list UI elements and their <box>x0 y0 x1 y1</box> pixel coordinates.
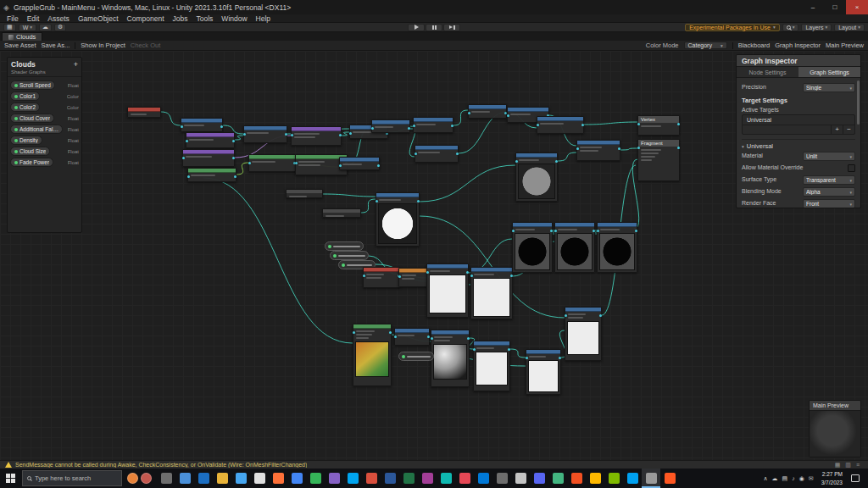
layers-dropdown[interactable]: Layers▾ <box>801 24 832 31</box>
blackboard-property-color1[interactable]: Color1Color <box>10 91 79 102</box>
taskbar-app-icon[interactable] <box>269 469 287 488</box>
menu-component[interactable]: Component <box>123 14 169 23</box>
taskbar-app-icon[interactable] <box>623 469 642 488</box>
blending-mode-dropdown[interactable]: Alpha▾ <box>803 187 855 197</box>
save-as-button[interactable]: Save As... <box>42 42 70 49</box>
graph-node[interactable] <box>468 104 507 119</box>
menu-help[interactable]: Help <box>252 14 275 23</box>
color-mode-dropdown[interactable]: Category▾ <box>684 42 727 49</box>
blackboard-property-cloud-cover[interactable]: Cloud CoverFloat <box>10 113 79 124</box>
graph-node[interactable] <box>515 152 558 202</box>
graph-node[interactable] <box>431 330 470 387</box>
add-target-button[interactable]: + <box>831 125 843 134</box>
graph-node[interactable] <box>597 222 637 273</box>
graph-node[interactable] <box>291 126 342 146</box>
layout-dropdown[interactable]: Layout▾ <box>834 24 865 31</box>
graph-property-pill[interactable] <box>325 241 364 251</box>
taskbar-app-icon[interactable] <box>287 469 306 488</box>
remove-target-button[interactable]: − <box>843 125 854 134</box>
graph-node[interactable] <box>248 154 296 172</box>
maximize-button[interactable]: □ <box>824 0 846 14</box>
menu-assets[interactable]: Assets <box>43 14 74 23</box>
taskbar-app-icon[interactable] <box>194 469 213 488</box>
graph-node[interactable] <box>371 119 410 133</box>
taskbar-search[interactable]: Type here to search <box>22 470 122 486</box>
graph-node[interactable] <box>470 267 513 319</box>
graph-node[interactable] <box>186 132 235 148</box>
search-button[interactable]: ▾ <box>782 24 799 31</box>
people-avatar[interactable] <box>127 473 138 484</box>
tray-icon[interactable]: ◉ <box>799 475 804 482</box>
graph-node[interactable] <box>127 107 161 118</box>
main-preview-toggle[interactable]: Main Preview <box>826 42 864 49</box>
taskbar-app-icon[interactable] <box>362 469 381 488</box>
taskbar-app-icon[interactable] <box>399 469 418 488</box>
menu-tools[interactable]: Tools <box>192 14 218 23</box>
graph-node[interactable] <box>322 208 361 218</box>
status-icon[interactable]: ▦ <box>835 461 841 469</box>
blackboard-property-color2[interactable]: Color2Color <box>10 102 79 113</box>
taskbar-app-icon[interactable] <box>381 469 399 488</box>
taskbar-app-icon[interactable] <box>604 469 623 488</box>
graph-node[interactable] <box>413 117 453 133</box>
menu-file[interactable]: File <box>3 14 23 23</box>
taskbar-app-icon[interactable] <box>343 469 362 488</box>
master-stack-fragment[interactable]: Fragment <box>637 139 680 181</box>
taskbar-app-icon[interactable] <box>530 469 548 488</box>
graph-node[interactable] <box>415 145 459 163</box>
status-icon[interactable]: ▥ <box>845 461 851 469</box>
graph-node[interactable] <box>554 222 595 273</box>
taskbar-app-icon[interactable] <box>250 469 269 488</box>
graph-node[interactable] <box>537 116 584 134</box>
show-in-project-button[interactable]: Show In Project <box>81 42 125 49</box>
blackboard-property-additional-falloff[interactable]: Additional FalloffFloat <box>10 124 79 135</box>
graph-node[interactable] <box>376 192 420 247</box>
blackboard-property-scroll-speed[interactable]: Scroll SpeedFloat <box>10 80 79 91</box>
universal-foldout[interactable]: ▾Universal <box>742 139 855 150</box>
render-face-dropdown[interactable]: Front▾ <box>803 199 855 208</box>
taskbar-app-icon[interactable] <box>492 469 511 488</box>
graph-node[interactable] <box>473 341 510 391</box>
master-stack-vertex[interactable]: Vertex <box>637 115 680 136</box>
graph-node[interactable] <box>363 267 400 288</box>
status-icon[interactable]: ≡ <box>856 461 860 469</box>
taskbar-app-icon[interactable] <box>474 469 492 488</box>
tray-icon[interactable]: ▤ <box>782 475 788 482</box>
graph-property-pill[interactable] <box>330 251 369 260</box>
pause-button[interactable] <box>426 24 442 31</box>
account-button[interactable]: W▾ <box>19 24 36 31</box>
minimize-button[interactable]: – <box>802 0 824 14</box>
action-center-icon[interactable] <box>851 474 860 482</box>
graph-property-pill[interactable] <box>398 352 434 361</box>
graph-node[interactable] <box>339 157 380 170</box>
material-dropdown[interactable]: Unlit▾ <box>803 152 855 161</box>
graph-node[interactable] <box>526 349 561 395</box>
menu-gameobject[interactable]: GameObject <box>74 14 123 23</box>
graph-canvas[interactable]: VertexFragment Clouds + Shader Graphs Sc… <box>0 51 868 460</box>
close-button[interactable]: × <box>846 0 868 14</box>
target-item-universal[interactable]: Universal <box>743 115 854 125</box>
tray-icon[interactable]: ☁ <box>772 475 778 482</box>
blackboard-toggle[interactable]: Blackboard <box>738 42 771 49</box>
taskbar-app-icon[interactable] <box>231 469 250 488</box>
taskbar-app-icon[interactable] <box>548 469 567 488</box>
taskbar-app-icon[interactable] <box>586 469 604 488</box>
graph-node[interactable] <box>187 168 236 182</box>
graph-node[interactable] <box>565 307 602 361</box>
tray-icon[interactable]: ✉ <box>809 475 814 482</box>
graph-inspector-toggle[interactable]: Graph Inspector <box>775 42 821 49</box>
taskbar-app-icon[interactable] <box>213 469 231 488</box>
main-preview-viewport[interactable] <box>810 411 860 458</box>
taskbar-clock[interactable]: 2:27 PM 3/7/2023 <box>821 470 843 486</box>
taskbar-app-icon[interactable] <box>325 469 343 488</box>
blackboard-property-fade-power[interactable]: Fade PowerFloat <box>10 157 79 168</box>
menu-edit[interactable]: Edit <box>23 14 44 23</box>
graph-node[interactable] <box>181 118 223 132</box>
taskbar-app-icon[interactable] <box>157 469 175 488</box>
graph-node[interactable] <box>394 328 430 346</box>
tab-graph-settings[interactable]: Graph Settings <box>798 67 860 77</box>
taskbar-app-icon[interactable] <box>455 469 474 488</box>
add-property-button[interactable]: + <box>74 61 78 68</box>
taskbar-app-icon[interactable] <box>660 469 679 488</box>
taskbar-app-icon[interactable] <box>418 469 437 488</box>
